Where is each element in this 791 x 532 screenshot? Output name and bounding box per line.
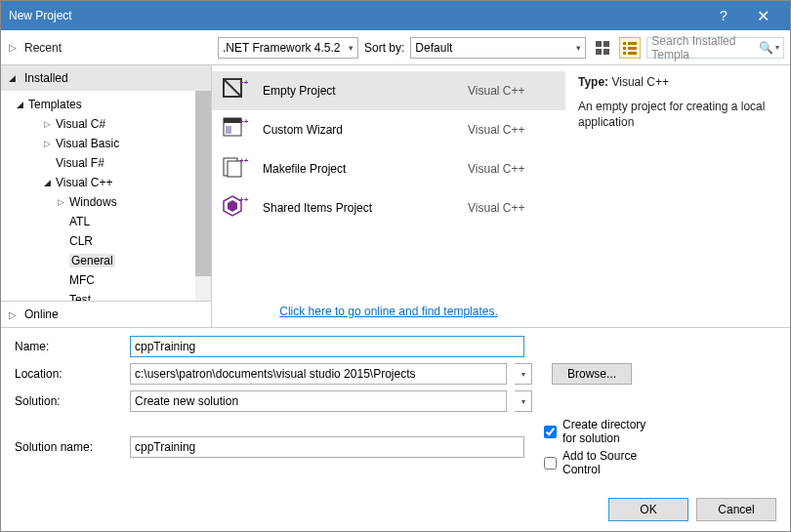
tree-item-label: Visual Basic [56, 137, 119, 150]
svg-rect-0 [596, 41, 602, 47]
svg-text:++: ++ [239, 156, 249, 165]
svg-rect-3 [604, 49, 609, 55]
tree-item[interactable]: MFC [7, 271, 211, 289]
template-item[interactable]: ++Makefile ProjectVisual C++ [212, 149, 565, 188]
chevron-right-icon: ▷ [58, 197, 67, 207]
source-control-label: Add to Source Control [562, 449, 651, 476]
chevron-right-icon: ▷ [44, 119, 54, 129]
svg-text:++: ++ [239, 195, 249, 204]
tree-item-label: CLR [69, 234, 93, 248]
top-strip: ▷ Recent .NET Framework 4.5.2 ▾ Sort by:… [1, 30, 790, 65]
tree-item-label: Visual C# [56, 117, 105, 131]
scrollbar-thumb[interactable] [195, 91, 211, 276]
create-directory-label: Create directory for solution [562, 418, 651, 445]
tree-item[interactable]: Visual F# [7, 154, 211, 172]
template-language: Visual C++ [468, 201, 556, 215]
online-templates-link[interactable]: Click here to go online and find templat… [279, 305, 497, 318]
name-input[interactable] [130, 336, 524, 357]
name-label: Name: [15, 340, 122, 353]
chevron-right-icon: ▷ [9, 42, 19, 53]
svg-rect-4 [623, 42, 626, 45]
template-name: Custom Wizard [263, 123, 454, 137]
tree-item-label: MFC [69, 273, 95, 287]
main-area: ◢ Installed ◢Templates▷Visual C#▷Visual … [1, 65, 790, 327]
chevron-down-icon: ▾ [576, 43, 581, 53]
solution-dropdown-button[interactable]: ▾ [515, 390, 532, 412]
online-templates-link-row: Click here to go online and find templat… [212, 294, 565, 327]
installed-label: Installed [24, 71, 68, 85]
view-list-button[interactable] [619, 37, 641, 59]
chevron-down-icon: ▾ [775, 43, 779, 52]
tree-item[interactable]: CLR [7, 232, 211, 250]
tree-item[interactable]: ◢Visual C++ [7, 174, 211, 191]
tree-item[interactable]: General [7, 252, 211, 269]
location-label: Location: [15, 367, 122, 381]
solution-label: Solution: [15, 394, 122, 408]
tree-item[interactable]: ATL [7, 213, 211, 230]
tree-item[interactable]: Test [7, 291, 211, 301]
chevron-down-icon: ◢ [44, 178, 54, 187]
chevron-right-icon: ▷ [9, 309, 19, 320]
sort-by-dropdown[interactable]: Default ▾ [410, 37, 586, 59]
window-title: New Project [9, 9, 704, 22]
svg-rect-9 [628, 52, 637, 55]
template-tree: ◢Templates▷Visual C#▷Visual BasicVisual … [1, 91, 211, 301]
browse-button[interactable]: Browse... [552, 363, 632, 385]
sort-by-label: Sort by: [364, 41, 404, 55]
titlebar: New Project ? ✕ [1, 1, 790, 30]
template-language: Visual C++ [468, 123, 556, 137]
source-control-checkbox[interactable]: Add to Source Control [544, 449, 651, 476]
solution-name-input[interactable] [130, 436, 524, 458]
template-item[interactable]: ++Shared Items ProjectVisual C++ [212, 188, 565, 227]
source-control-checkbox-input[interactable] [544, 457, 557, 470]
ok-button[interactable]: OK [608, 498, 688, 521]
chevron-down-icon: ▾ [349, 43, 354, 53]
template-name: Shared Items Project [263, 201, 454, 215]
svg-rect-5 [628, 42, 637, 45]
chevron-down-icon: ◢ [9, 73, 19, 83]
svg-text:++: ++ [239, 117, 249, 126]
dialog-buttons: OK Cancel [1, 490, 790, 531]
form-area: Name: Location: ▾ Browse... Solution: ▾ … [1, 327, 790, 490]
create-directory-checkbox-input[interactable] [544, 426, 557, 438]
framework-dropdown[interactable]: .NET Framework 4.5.2 ▾ [218, 37, 358, 59]
chevron-down-icon: ◢ [17, 100, 26, 109]
recent-section[interactable]: ▷ Recent [9, 41, 62, 55]
online-section[interactable]: ▷ Online [1, 301, 211, 327]
tree-item[interactable]: ▷Windows [7, 193, 211, 211]
search-placeholder: Search Installed Templa [651, 34, 759, 61]
template-list: ++Empty ProjectVisual C++++Custom Wizard… [212, 65, 565, 294]
info-panel: Type: Visual C++ An empty project for cr… [565, 65, 790, 327]
tree-item[interactable]: ▷Visual Basic [7, 135, 211, 152]
tree-templates[interactable]: ◢Templates [7, 96, 211, 113]
center-panel: ++Empty ProjectVisual C++++Custom Wizard… [212, 65, 790, 327]
template-description: An empty project for creating a local ap… [578, 99, 778, 130]
svg-rect-6 [623, 47, 626, 50]
scrollbar[interactable] [195, 91, 211, 301]
location-input[interactable] [130, 363, 507, 385]
tree-item[interactable]: ▷Visual C# [7, 115, 211, 133]
svg-rect-8 [623, 52, 626, 55]
tree-item-label: ATL [69, 215, 90, 228]
search-input[interactable]: Search Installed Templa 🔍 ▾ [646, 37, 784, 59]
svg-rect-7 [628, 47, 637, 50]
close-button[interactable]: ✕ [743, 7, 782, 25]
template-icon: ++ [222, 194, 249, 222]
cancel-button[interactable]: Cancel [696, 498, 776, 521]
create-directory-checkbox[interactable]: Create directory for solution [544, 418, 651, 445]
recent-label: Recent [24, 41, 62, 55]
template-language: Visual C++ [468, 84, 556, 98]
help-button[interactable]: ? [704, 8, 743, 23]
tree-item-label: Test [69, 293, 91, 301]
template-item[interactable]: ++Empty ProjectVisual C++ [212, 71, 565, 110]
installed-section[interactable]: ◢ Installed [1, 65, 211, 91]
template-item[interactable]: ++Custom WizardVisual C++ [212, 110, 565, 149]
template-icon: ++ [222, 77, 249, 104]
location-dropdown-button[interactable]: ▾ [515, 363, 532, 385]
framework-value: .NET Framework 4.5.2 [223, 41, 340, 55]
type-label: Type: [578, 75, 608, 89]
view-grid-button[interactable] [592, 37, 613, 59]
tree-item-label: Templates [28, 98, 82, 111]
sidebar: ◢ Installed ◢Templates▷Visual C#▷Visual … [1, 65, 212, 327]
solution-dropdown[interactable] [130, 390, 507, 412]
